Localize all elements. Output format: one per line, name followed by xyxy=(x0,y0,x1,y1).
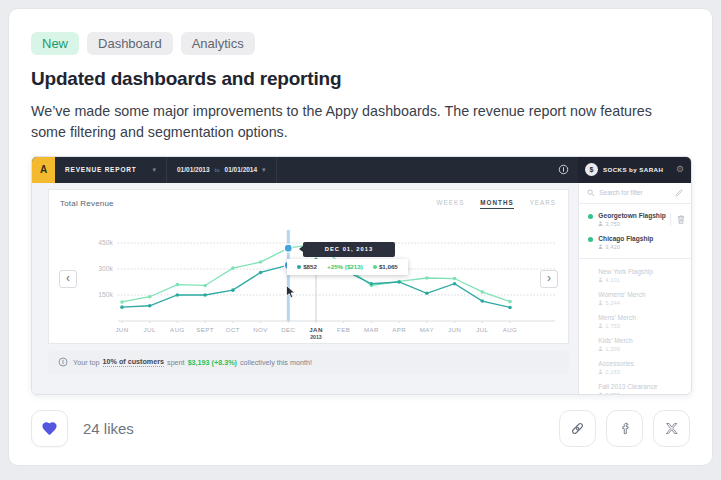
store-name: Kids’ Merch xyxy=(598,337,632,344)
svg-text:150k: 150k xyxy=(98,291,113,298)
svg-text:DEC: DEC xyxy=(281,326,295,333)
tooltip-value-a: $852 xyxy=(303,263,317,270)
tag-list: NewDashboardAnalytics xyxy=(31,32,690,55)
banner-amount: $3,193 (+8.3%) xyxy=(188,358,237,367)
person-icon xyxy=(598,392,603,395)
banner-suffix: collectively this month! xyxy=(240,358,312,367)
store-list-item[interactable]: Mens’ Merch1,753 xyxy=(579,310,691,333)
filters-sidebar: Search for filter Georgetown Flagship3,7… xyxy=(578,183,691,395)
svg-text:MAR: MAR xyxy=(364,326,379,333)
active-dot xyxy=(588,237,593,242)
store-metric: 2,183 xyxy=(598,369,634,375)
info-icon[interactable] xyxy=(558,164,569,175)
tag-pill[interactable]: New xyxy=(31,32,79,55)
svg-text:JUL: JUL xyxy=(476,326,488,333)
person-icon xyxy=(598,369,603,374)
chart-tooltip: DEC 01, 2013 xyxy=(303,242,395,257)
store-metric: 3,753 xyxy=(598,392,657,395)
svg-text:JUN: JUN xyxy=(448,326,461,333)
store-name: New York Flagship xyxy=(598,268,653,275)
tooltip-delta: +25% ($213) xyxy=(327,263,363,270)
share-facebook-button[interactable] xyxy=(606,410,643,447)
svg-text:2013: 2013 xyxy=(310,334,322,340)
copy-link-button[interactable] xyxy=(559,410,596,447)
banner-middle: spent xyxy=(167,358,185,367)
store-list-item[interactable]: Georgetown Flagship3,753 xyxy=(579,208,691,231)
trash-icon[interactable] xyxy=(670,213,685,226)
link-icon xyxy=(569,420,586,437)
chart-prev-button[interactable]: ‹ xyxy=(59,270,77,288)
svg-text:OCT: OCT xyxy=(226,326,240,333)
brand-header: $ SOCKS by SARAH ⚙ xyxy=(578,157,691,183)
store-metric: 5,244 xyxy=(598,300,645,306)
store-name: Mens’ Merch xyxy=(598,314,636,321)
store-metric: 3,753 xyxy=(598,221,665,227)
like-button[interactable] xyxy=(31,410,68,447)
banner-highlight: 10% of customers xyxy=(103,357,165,367)
app-logo[interactable]: A xyxy=(32,157,55,183)
date-connector: to xyxy=(215,167,220,173)
pencil-icon[interactable] xyxy=(675,189,683,197)
revenue-chart-card: Total Revenue WEEKSMONTHSYEARS 450k300k1… xyxy=(48,189,569,344)
store-name: Womens’ Merch xyxy=(598,291,645,298)
svg-text:JUN: JUN xyxy=(115,326,128,333)
tag-pill[interactable]: Dashboard xyxy=(87,32,173,55)
store-metric: 4,101 xyxy=(598,277,653,283)
mouse-cursor xyxy=(286,285,296,299)
person-icon xyxy=(598,221,603,226)
person-icon xyxy=(598,323,603,328)
store-list-item[interactable]: Fall 2013 Clearance3,753 xyxy=(579,379,691,395)
svg-text:AUG: AUG xyxy=(170,326,185,333)
changelog-card: NewDashboardAnalytics Updated dashboards… xyxy=(8,8,713,466)
store-list-item[interactable]: Womens’ Merch5,244 xyxy=(579,287,691,310)
post-body: We’ve made some major improvements to th… xyxy=(31,101,690,144)
svg-text:JUL: JUL xyxy=(144,326,156,333)
brand-name: SOCKS by SARAH xyxy=(603,166,671,173)
svg-text:SEPT: SEPT xyxy=(196,326,214,333)
heart-icon xyxy=(41,420,58,437)
store-metric: 1,209 xyxy=(598,346,632,352)
svg-text:APR: APR xyxy=(392,326,406,333)
insight-banner: Your top 10% of customers spent $3,193 (… xyxy=(48,351,569,374)
store-list-item[interactable]: Kids’ Merch1,209 xyxy=(579,333,691,356)
filter-search[interactable]: Search for filter xyxy=(579,183,691,204)
search-placeholder: Search for filter xyxy=(599,189,671,196)
svg-text:300k: 300k xyxy=(98,265,113,272)
date-start: 01/01/2013 xyxy=(177,166,210,173)
dashboard-main: Total Revenue WEEKSMONTHSYEARS 450k300k1… xyxy=(32,183,578,395)
date-range-selector[interactable]: 01/01/2013 to 01/01/2014 ▾ xyxy=(167,157,277,183)
store-list-item[interactable]: Accessories2,183 xyxy=(579,356,691,379)
active-dot xyxy=(588,214,593,219)
store-name: Georgetown Flagship xyxy=(598,212,665,219)
store-name: Fall 2013 Clearance xyxy=(598,383,657,390)
share-x-button[interactable] xyxy=(653,410,690,447)
person-icon xyxy=(598,300,603,305)
share-buttons xyxy=(559,410,690,447)
tag-pill[interactable]: Analytics xyxy=(181,32,255,55)
tooltip-value-b: $1,065 xyxy=(379,263,398,270)
svg-text:450k: 450k xyxy=(98,239,113,246)
report-selector[interactable]: REVENUE REPORT ▾ xyxy=(55,157,167,183)
post-footer: 24 likes xyxy=(31,410,690,447)
date-end: 01/01/2014 xyxy=(225,166,258,173)
chart-tooltip-values: $852 +25% ($213) $1,065 xyxy=(287,259,408,275)
person-icon xyxy=(598,346,603,351)
store-metric: 3,420 xyxy=(598,244,653,250)
store-list-item[interactable]: New York Flagship4,101 xyxy=(579,264,691,287)
info-icon xyxy=(58,357,68,367)
search-icon xyxy=(587,189,595,197)
like-count: 24 likes xyxy=(83,420,134,437)
sidebar-divider xyxy=(579,258,691,259)
svg-text:AUG: AUG xyxy=(503,326,518,333)
store-name: Chicago Flagship xyxy=(598,235,653,242)
dashboard-navbar: A REVENUE REPORT ▾ 01/01/2013 to 01/01/2… xyxy=(32,157,691,183)
svg-text:FEB: FEB xyxy=(337,326,350,333)
store-metric: 1,753 xyxy=(598,323,636,329)
store-name: Accessories xyxy=(598,360,634,367)
chevron-down-icon: ▾ xyxy=(152,166,156,174)
store-list-item[interactable]: Chicago Flagship3,420 xyxy=(579,231,691,254)
person-icon xyxy=(598,244,603,249)
banner-prefix: Your top xyxy=(73,358,100,367)
gear-icon[interactable]: ⚙ xyxy=(676,165,684,174)
chart-next-button[interactable]: › xyxy=(540,270,558,288)
